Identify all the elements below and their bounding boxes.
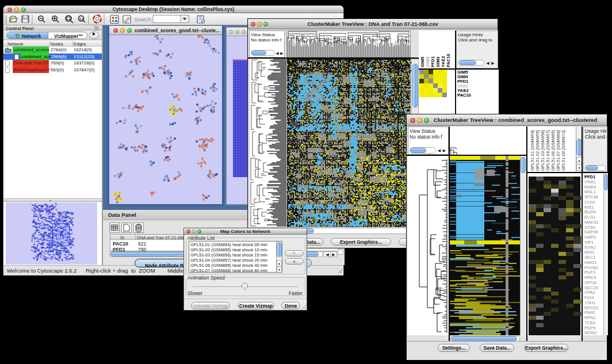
svg-text:NTR2: NTR2	[584, 245, 596, 250]
svg-text:TCB3: TCB3	[584, 320, 595, 325]
svg-text:VIP1: VIP1	[584, 240, 594, 245]
svg-text:MAK31: MAK31	[584, 220, 599, 225]
svg-text:BUD4: BUD4	[584, 209, 596, 214]
svg-text:RPO21: RPO21	[584, 305, 599, 311]
svg-text:MSI1: MSI1	[584, 250, 595, 255]
svg-text:MSL1: MSL1	[584, 189, 596, 194]
svg-text:SEC24: SEC24	[584, 285, 598, 290]
svg-text:PEP5: PEP5	[584, 325, 595, 331]
svg-text:GPL51-07 (GSM868): GPL51-07 (GSM868)	[556, 130, 561, 171]
svg-text:SEC1: SEC1	[584, 255, 596, 260]
svg-text:GPL51-01 (GSM854): GPL51-01 (GSM854)	[530, 130, 535, 171]
svg-text:GPL51-06 (GSM865): GPL51-06 (GSM865)	[550, 130, 556, 171]
svg-text:NIS1: NIS1	[584, 205, 594, 210]
svg-text:YSH1: YSH1	[584, 300, 596, 305]
svg-text:HAP3: HAP3	[584, 235, 596, 240]
svg-text:Search:: Search:	[135, 17, 152, 22]
svg-text:KAP95: KAP95	[584, 229, 598, 235]
svg-text:PAC10: PAC10	[457, 93, 471, 98]
svg-text:PHO81: PHO81	[584, 265, 599, 270]
svg-text:YKE2: YKE2	[441, 56, 446, 67]
svg-text:RPN1: RPN1	[584, 315, 596, 320]
svg-text:SPC98: SPC98	[584, 194, 598, 200]
svg-text:PFD1: PFD1	[584, 174, 595, 179]
svg-text:HMG1: HMG1	[584, 260, 597, 265]
svg-text:GIM4: GIM4	[425, 56, 430, 67]
svg-text:CLN1: CLN1	[584, 200, 595, 205]
svg-text:YRA1: YRA1	[584, 179, 596, 185]
svg-text:GPL51-08 (GSM872): GPL51-08 (GSM872)	[561, 130, 566, 171]
svg-text:PUF3: PUF3	[584, 270, 595, 275]
svg-text:PFD1: PFD1	[430, 56, 435, 67]
svg-text:PAN1: PAN1	[584, 310, 595, 315]
svg-text:GIM3: GIM3	[435, 57, 441, 67]
svg-text:RNR4: RNR4	[584, 185, 596, 190]
svg-text:CPA2: CPA2	[584, 290, 595, 295]
svg-text:GPL51-04 (GSM857): GPL51-04 (GSM857)	[545, 130, 550, 171]
svg-text:ELG1: ELG1	[584, 214, 595, 220]
svg-text:1:1: 1:1	[79, 17, 83, 21]
svg-text:MON2: MON2	[584, 330, 597, 335]
svg-text:PAC10: PAC10	[446, 53, 451, 67]
svg-text:GPI16: GPI16	[584, 280, 596, 285]
svg-text:GPL51-02 (GSM855): GPL51-02 (GSM855)	[535, 130, 540, 171]
svg-text:FIG4: FIG4	[584, 295, 594, 300]
svg-text:GIM5: GIM5	[420, 57, 425, 67]
svg-text:HRD3: HRD3	[584, 275, 596, 280]
svg-text:GPL51-03 (GSM856): GPL51-03 (GSM856)	[540, 130, 545, 171]
svg-text:GTB1: GTB1	[584, 225, 596, 230]
